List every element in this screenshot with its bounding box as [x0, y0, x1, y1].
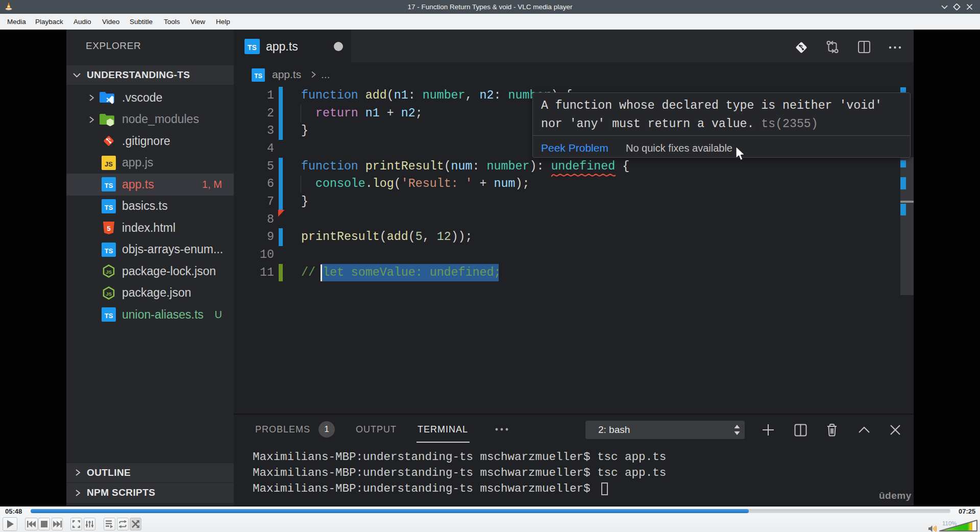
svg-text:TS: TS	[105, 312, 113, 320]
svg-text:TS: TS	[105, 203, 113, 211]
svg-text:TS: TS	[105, 182, 113, 189]
svg-text:JS: JS	[106, 269, 112, 275]
svg-text:5: 5	[107, 225, 110, 232]
svg-text:TS: TS	[248, 43, 257, 52]
svg-text:JS: JS	[106, 291, 112, 296]
svg-text:TS: TS	[105, 247, 113, 254]
svg-text:JS: JS	[105, 160, 113, 167]
svg-text:TS: TS	[254, 72, 262, 80]
